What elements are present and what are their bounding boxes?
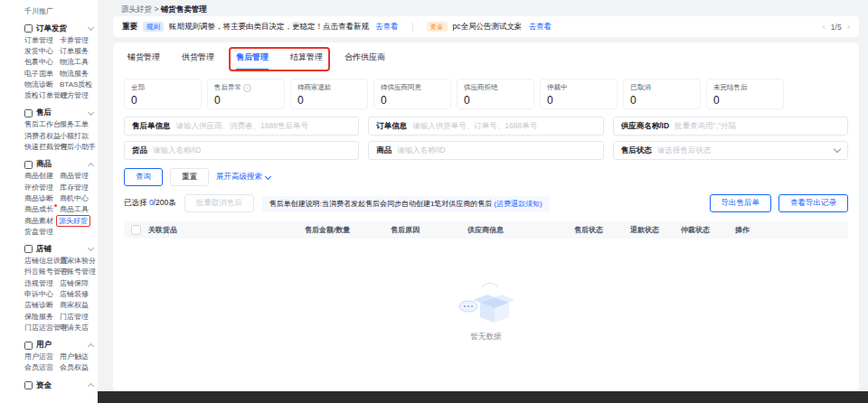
reset-button[interactable]: 重置 xyxy=(170,168,209,186)
aftersale-status-select[interactable]: 售后状态请选择售后状态 xyxy=(613,141,848,160)
column-header-label: 关联货品 xyxy=(148,225,177,235)
stat-card-4[interactable]: 供应商拒绝0 xyxy=(457,79,534,109)
stat-card-1[interactable]: 售后异常i0 xyxy=(207,79,285,109)
sidebar-item[interactable]: 订单服务 xyxy=(60,46,89,56)
column-header-0: 关联货品 xyxy=(124,225,305,235)
sidebar-item[interactable]: 商品成长 xyxy=(24,204,60,214)
sidebar-item[interactable]: 库存管理 xyxy=(60,183,89,192)
announcement-bar: 重要 规则 账期规则调整，将主要由类目决定，更稳定！点击查看新规 去查看 资金 … xyxy=(113,16,859,37)
view-link-2[interactable]: 去查看 xyxy=(528,22,552,33)
sidebar-item[interactable]: 商品管理 xyxy=(60,171,89,181)
sidebar-item[interactable]: 源头好货 xyxy=(56,215,90,227)
search-button[interactable]: 查询 xyxy=(124,168,163,186)
breadcrumb-parent[interactable]: 源头好货 xyxy=(121,5,152,14)
filter-field-4[interactable]: 商品请输入名称/ID xyxy=(368,141,603,160)
view-link[interactable]: 去查看 xyxy=(375,22,399,33)
sidebar-section-5[interactable]: 资金 xyxy=(24,380,93,391)
filter-field-3[interactable]: 货品请输入名称/ID xyxy=(124,141,359,160)
sidebar-item[interactable]: 商机中心 xyxy=(60,193,89,203)
sidebar-item[interactable]: 商家体验分 xyxy=(60,256,96,266)
sidebar-section-2[interactable]: 商品 xyxy=(24,159,93,171)
stat-card-5[interactable]: 仲裁中0 xyxy=(540,79,618,109)
sidebar-item[interactable]: 店铺装修 xyxy=(60,289,89,299)
sidebar-item[interactable]: 包裹中心 xyxy=(24,57,60,67)
sidebar-item[interactable]: 子账号管理 xyxy=(60,267,96,276)
stat-label: 已取消 xyxy=(630,83,693,92)
stat-card-2[interactable]: 待商家退款0 xyxy=(290,79,368,109)
advanced-search-link[interactable]: 展开高级搜索 xyxy=(216,172,270,183)
sidebar-item[interactable]: 店铺保障 xyxy=(60,278,89,288)
stat-label: 仲裁中 xyxy=(547,83,610,92)
batch-cancel-button[interactable]: 批量取消售后 xyxy=(184,194,254,212)
sidebar-item-qianchuan[interactable]: 千川推广 xyxy=(24,5,98,16)
sidebar-item[interactable]: 门店运营管理 xyxy=(24,323,60,333)
sidebar-item[interactable]: 售后小助手 xyxy=(60,142,96,152)
sidebar-item[interactable]: 商品工具 xyxy=(60,204,89,214)
stat-card-6[interactable]: 已取消0 xyxy=(623,79,701,109)
sidebar-section-3[interactable]: 店铺 xyxy=(24,243,93,255)
table-header: 关联货品售后金额/数量售后原因供应商信息售后状态退款状态仲裁状态操作 xyxy=(124,221,848,239)
sidebar-section-0[interactable]: 订单发货 xyxy=(24,23,93,34)
sidebar-item[interactable]: 店铺诊断 xyxy=(24,300,60,310)
sidebar-item[interactable]: 电子面单 xyxy=(24,69,60,79)
sidebar-item[interactable]: 商家权益 xyxy=(60,300,89,310)
stat-label: 未完结售后 xyxy=(713,83,777,92)
stat-card-0[interactable]: 全部0 xyxy=(124,79,202,109)
sidebar-item[interactable]: 处方管理 xyxy=(60,90,89,100)
sidebar-section-1[interactable]: 售后 xyxy=(24,108,93,119)
stat-label: 待供应商同意 xyxy=(381,83,444,92)
tab-3[interactable]: 结算管理 xyxy=(290,52,323,69)
filter-field-2[interactable]: 供应商名称/ID批量查询用","分隔 xyxy=(613,117,848,136)
notification-dot xyxy=(54,204,57,207)
tab-0[interactable]: 铺货管理 xyxy=(127,52,160,69)
sidebar-item[interactable]: 快速拦截管理 xyxy=(24,142,60,152)
sidebar-item[interactable]: 服务工单 xyxy=(60,119,89,129)
sidebar-item[interactable]: 保险服务 xyxy=(24,312,60,322)
selection-row: 已选择 0/200条 批量取消售后 售后单创建说明:当消费者发起售后会同步自动创… xyxy=(124,194,848,212)
sidebar-item[interactable]: 小额打款 xyxy=(60,131,89,141)
sidebar-item[interactable]: 发货中心 xyxy=(24,46,60,56)
tab-2[interactable]: 售后管理 xyxy=(236,52,269,70)
filter-field-1[interactable]: 订单信息请输入供货单号、订单号、1688单号 xyxy=(368,117,603,136)
sidebar-item[interactable]: 店铺信息设置 xyxy=(24,256,60,266)
announcement-divider xyxy=(412,23,413,32)
tab-4[interactable]: 合作供应商 xyxy=(344,52,385,69)
sidebar-item[interactable]: 抖音账号管理 xyxy=(24,267,60,276)
sidebar-item[interactable]: 售后工作台 xyxy=(24,119,60,129)
stat-value: 0 xyxy=(381,94,444,107)
export-history-button[interactable]: 查看导出记录 xyxy=(778,194,848,212)
sidebar-item[interactable]: 会员运营 xyxy=(24,362,60,372)
sidebar-item[interactable]: 消费者权益 xyxy=(24,131,60,141)
sidebar-item[interactable]: 商品素材 xyxy=(24,216,60,226)
sidebar-item[interactable]: 质检订单管理 xyxy=(24,90,60,100)
sidebar-item[interactable]: 用户触达 xyxy=(60,351,89,361)
sidebar-item[interactable]: 评价管理 xyxy=(24,183,60,192)
sidebar-item[interactable]: 货盘管理 xyxy=(24,227,60,237)
tab-1[interactable]: 供货管理 xyxy=(182,52,214,69)
pager-count: 1/5 xyxy=(831,23,842,32)
sidebar-item[interactable]: 门店管理 xyxy=(60,312,89,322)
sidebar-item[interactable]: 物流工具 xyxy=(60,57,89,67)
sidebar-item[interactable]: 订单管理 xyxy=(24,35,60,45)
freight-refund-link[interactable]: (运费退款须知) xyxy=(494,199,542,209)
export-aftersale-button[interactable]: 导出售后单 xyxy=(710,194,772,212)
pager-next-icon[interactable]: › xyxy=(847,23,850,32)
sidebar-item[interactable]: 物流诊断 xyxy=(24,80,60,89)
pager-prev-icon[interactable]: ‹ xyxy=(822,23,825,32)
sidebar-section-4[interactable]: 用户 xyxy=(24,340,93,351)
sidebar-item[interactable]: 用户运营 xyxy=(24,351,60,361)
sidebar-item[interactable]: 卡券管理 xyxy=(60,35,89,45)
stat-card-7[interactable]: 未完结售后0 xyxy=(706,79,784,109)
sidebar-item[interactable]: 会员权益 xyxy=(60,362,89,372)
sidebar-item[interactable]: 申诉中心 xyxy=(24,289,60,299)
sidebar-item[interactable]: 商品诊断 xyxy=(24,193,60,203)
stat-card-3[interactable]: 待供应商同意0 xyxy=(373,79,451,109)
sidebar-item[interactable]: 违规管理 xyxy=(24,278,60,288)
sidebar-item[interactable]: BTAS质检 xyxy=(60,80,92,89)
sidebar-item[interactable]: 物流服务 xyxy=(60,69,89,79)
filter-field-0[interactable]: 售后单信息请输入供应商、消费者、1688售后单号 xyxy=(124,117,359,136)
rule-tag: 规则 xyxy=(143,22,164,32)
header-checkbox[interactable] xyxy=(131,225,141,235)
sidebar-item[interactable]: 商品创建 xyxy=(24,171,60,181)
sidebar-item[interactable]: 申请关店 xyxy=(60,323,89,333)
